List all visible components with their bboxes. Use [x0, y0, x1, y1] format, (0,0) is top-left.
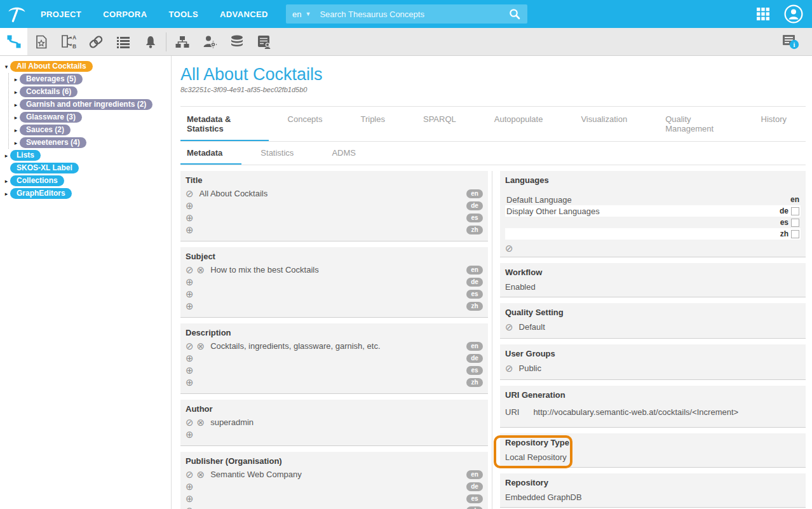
chevron-down-icon[interactable]: ▼ — [305, 11, 311, 17]
tree-expander-icon[interactable]: ▸ — [12, 102, 20, 108]
search-icon[interactable] — [508, 8, 521, 20]
tree-node-label[interactable]: Sweeteners (4) — [20, 137, 86, 148]
tree-node-label[interactable]: GraphEditors — [10, 188, 72, 199]
language-checkbox[interactable] — [791, 207, 799, 215]
tree-node-label[interactable]: Cocktails (6) — [20, 86, 78, 97]
add-icon[interactable]: ⊕ — [186, 365, 194, 375]
tree-node[interactable]: ▸Cocktails (6) — [12, 86, 171, 98]
tree-node-label[interactable]: Beverages (5) — [20, 74, 83, 85]
apps-grid-icon[interactable] — [756, 7, 770, 21]
tree-expander-icon[interactable]: ▸ — [12, 114, 20, 121]
tree-expander-icon[interactable]: ▸ — [3, 178, 10, 184]
subtab-metadata[interactable]: Metadata — [180, 142, 241, 165]
language-code: de — [780, 207, 788, 215]
subtab-statistics[interactable]: Statistics — [241, 142, 313, 165]
tree-children: ▸Beverages (5)▸Cocktails (6)▸Garnish and… — [8, 73, 171, 149]
nav-item-tools[interactable]: TOOLS — [168, 10, 198, 19]
delete-icon[interactable]: ⊗ — [197, 417, 205, 427]
add-icon[interactable]: ⊕ — [186, 482, 194, 491]
uri-pattern-value: http://vocabulary.semantic-web.at/cockta… — [533, 407, 738, 417]
add-icon[interactable]: ⊕ — [186, 506, 194, 509]
tree-node[interactable]: ▸Glassware (3) — [12, 111, 171, 123]
tab-quality-management[interactable]: Quality Management — [646, 107, 741, 141]
add-icon[interactable]: ⊕ — [186, 301, 194, 311]
sort-ab-document-icon[interactable]: A B — [55, 28, 82, 55]
nav-item-project[interactable]: PROJECT — [41, 10, 81, 19]
edit-icon[interactable]: ⊘ — [186, 470, 194, 479]
add-icon[interactable]: ⊕ — [186, 430, 194, 439]
add-icon[interactable]: ⊕ — [186, 277, 194, 287]
tab-triples[interactable]: Triples — [341, 107, 404, 141]
tree-node[interactable]: ▸Collections — [3, 175, 171, 187]
edit-icon[interactable]: ⊘ — [505, 243, 513, 253]
delete-icon[interactable]: ⊗ — [197, 265, 205, 275]
edit-icon[interactable]: ⊘ — [186, 265, 194, 275]
tree-node-label[interactable]: All About Cocktails — [10, 61, 93, 72]
tree-node[interactable]: ▸Garnish and other ingredients (2) — [12, 98, 171, 111]
subtab-adms[interactable]: ADMS — [313, 142, 375, 165]
concept-tree-icon[interactable] — [0, 28, 27, 55]
add-icon[interactable]: ⊕ — [186, 353, 194, 363]
tab-autopopulate[interactable]: Autopopulate — [475, 107, 562, 141]
edit-icon[interactable]: ⊘ — [186, 417, 194, 427]
tree-node[interactable]: ▸Sauces (2) — [12, 124, 171, 136]
tab-metadata-statistics[interactable]: Metadata & Statistics — [180, 107, 269, 141]
tree-node[interactable]: ▸GraphEditors — [3, 187, 171, 200]
database-icon[interactable] — [223, 28, 250, 55]
nav-item-advanced[interactable]: ADVANCED — [220, 10, 268, 19]
user-settings-icon[interactable] — [196, 28, 223, 55]
add-icon[interactable]: ⊕ — [186, 289, 194, 299]
edit-icon[interactable]: ⊘ — [505, 363, 513, 373]
tree-node[interactable]: SKOS-XL Label — [3, 162, 171, 174]
tree-expander-icon[interactable]: ▸ — [12, 89, 20, 95]
link-icon[interactable] — [82, 28, 109, 55]
main-panel: All About Cocktails 8c32251c-3f09-4e91-a… — [172, 56, 812, 509]
tree-node[interactable]: ▸Beverages (5) — [12, 73, 171, 85]
search-language-select[interactable]: en — [292, 10, 301, 19]
add-icon[interactable]: ⊕ — [186, 213, 194, 222]
tab-history[interactable]: History — [742, 107, 806, 141]
tree-node-label[interactable]: Sauces (2) — [20, 125, 71, 135]
add-icon[interactable]: ⊕ — [186, 377, 194, 387]
tree-node[interactable]: ▸Lists — [3, 149, 171, 161]
add-icon[interactable]: ⊕ — [186, 201, 194, 210]
tree-expander-icon[interactable]: ▸ — [12, 76, 20, 83]
document-star-icon[interactable] — [27, 28, 55, 55]
tree-expander-icon[interactable]: ▸ — [3, 153, 10, 159]
delete-icon[interactable]: ⊗ — [197, 470, 205, 479]
metadata-value: All About Cocktails — [200, 189, 268, 198]
nav-item-corpora[interactable]: CORPORA — [103, 10, 147, 19]
tree-node[interactable]: ▾All About Cocktails — [3, 60, 171, 72]
tree-expander-icon[interactable]: ▸ — [12, 127, 20, 133]
tree-node-label[interactable]: SKOS-XL Label — [10, 163, 79, 173]
tree-node-label[interactable]: Lists — [10, 150, 41, 161]
project-info-icon[interactable]: i — [782, 32, 801, 51]
tree-node-label[interactable]: Glassware (3) — [20, 112, 82, 123]
edit-icon[interactable]: ⊘ — [186, 189, 194, 198]
delete-icon[interactable]: ⊗ — [197, 341, 205, 351]
sitemap-icon[interactable] — [168, 28, 196, 55]
server-user-icon[interactable] — [250, 28, 278, 55]
search-input[interactable] — [320, 10, 508, 19]
poolparty-logo[interactable] — [0, 3, 33, 25]
tree-expander-icon[interactable]: ▸ — [12, 140, 20, 146]
tab-concepts[interactable]: Concepts — [269, 107, 342, 141]
tree-node-label[interactable]: Garnish and other ingredients (2) — [20, 99, 152, 110]
add-icon[interactable]: ⊕ — [186, 225, 194, 234]
language-checkbox[interactable] — [791, 230, 799, 238]
notifications-bell-icon[interactable] — [137, 28, 164, 55]
tab-visualization[interactable]: Visualization — [562, 107, 646, 141]
tree-expander-icon[interactable]: ▸ — [3, 191, 10, 197]
tree-node[interactable]: ▸Sweeteners (4) — [12, 137, 171, 149]
tab-sparql[interactable]: SPARQL — [404, 107, 475, 141]
add-icon[interactable]: ⊕ — [186, 494, 194, 503]
list-icon[interactable] — [109, 28, 137, 55]
language-badge: en — [466, 189, 483, 198]
edit-icon[interactable]: ⊘ — [505, 322, 513, 332]
language-checkbox[interactable] — [791, 219, 799, 227]
user-avatar-icon[interactable] — [784, 4, 803, 24]
edit-icon[interactable]: ⊘ — [186, 341, 194, 351]
language-setting-row: zh — [505, 228, 801, 240]
tree-expander-icon[interactable]: ▾ — [3, 64, 10, 70]
tree-node-label[interactable]: Collections — [10, 175, 64, 186]
